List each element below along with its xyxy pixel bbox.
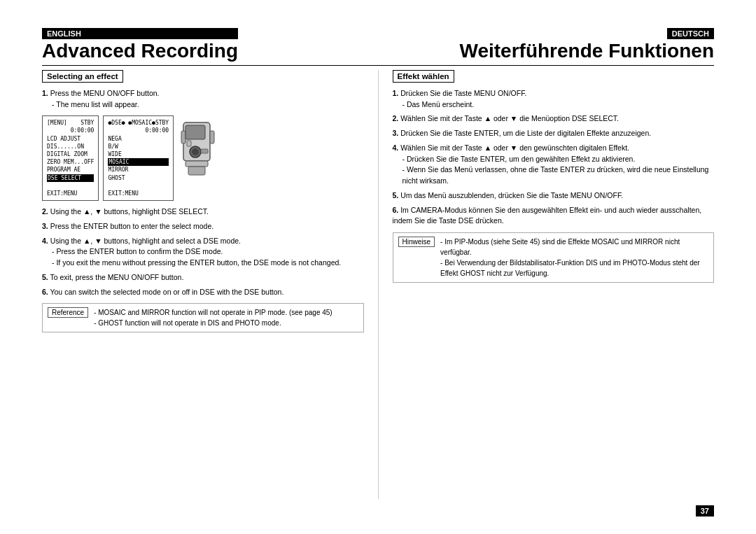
- svg-point-5: [192, 148, 199, 155]
- screen2-bw: B/W: [108, 143, 169, 150]
- step-4-text: 4. Using the ▲, ▼ buttons, highlight and…: [42, 237, 241, 245]
- screen1-spacer: [47, 182, 94, 190]
- step-1-sub: - The menu list will appear.: [42, 99, 364, 111]
- page: ENGLISH Advanced Recording DEUTSCH Weite…: [0, 0, 756, 534]
- screen2-spacer: [108, 182, 169, 190]
- screen1-prog: PROGRAM AE: [47, 166, 94, 174]
- hinweise-box: Hinweise - Im PIP-Modus (siehe Seite 45)…: [393, 232, 715, 283]
- screen1-dzoom: DIGITAL ZOOM: [47, 150, 94, 158]
- screen2-dse-label: ●DSE● ●MOSAIC●: [108, 119, 155, 127]
- svg-rect-8: [186, 161, 208, 167]
- svg-rect-9: [188, 167, 205, 175]
- screen-row: [MENU] STBY: [47, 119, 94, 127]
- reference-text: - MOSAIC and MIRROR function will not op…: [94, 307, 332, 328]
- title-right: Weiterführende Funktionen: [460, 41, 715, 62]
- screen2-ghost: GHOST: [108, 174, 169, 182]
- hinweise-text: - Im PIP-Modus (siehe Seite 45) sind die…: [440, 237, 708, 279]
- screen-box-2: ●DSE● ●MOSAIC● STBY 0:00:00 NEGA B/W WID…: [103, 115, 174, 201]
- right-section-header: Effekt wählen: [393, 70, 454, 83]
- left-column: Selecting an effect 1. Press the MENU ON…: [42, 70, 379, 499]
- r-step-3: 3. Drücken Sie die Taste ENTER, um die L…: [393, 128, 715, 139]
- r-step-3-text: 3. Drücken Sie die Taste ENTER, um die L…: [393, 129, 652, 137]
- screen1-exit: EXIT:MENU: [47, 190, 94, 197]
- screen2-mosaic: MOSAIC: [108, 158, 169, 166]
- reference-box: Reference - MOSAIC and MIRROR function w…: [42, 303, 364, 332]
- screen1-zero: ZERO MEM...OFF: [47, 158, 94, 166]
- r-step-4-sub-1: - Drücken Sie die Taste ENTER, um den ge…: [393, 154, 715, 165]
- step-4-sub-2: - If you exit the menu without pressing …: [42, 258, 364, 269]
- screen1-stby: STBY: [80, 119, 94, 127]
- step-4-sub-1: - Press the ENTER button to confirm the …: [42, 246, 364, 258]
- screen2-time: 0:00:00: [145, 127, 169, 134]
- r-step-5-text: 5. Um das Menü auszublenden, drücken Sie…: [393, 191, 624, 199]
- left-steps: 1. Press the MENU ON/OFF button. - The m…: [42, 88, 364, 298]
- step-5-text: 5. To exit, press the MENU ON/OFF button…: [42, 273, 183, 281]
- right-steps: 1. Drücken Sie die Taste MENU ON/OFF. - …: [393, 88, 715, 227]
- screens-row: [MENU] STBY 0:00:00 LCD ADJUST DIS......…: [42, 115, 364, 201]
- screen1-dis: DIS......ON: [47, 143, 94, 150]
- screen2-top: ●DSE● ●MOSAIC● STBY: [108, 119, 169, 127]
- r-step-1: 1. Drücken Sie die Taste MENU ON/OFF. - …: [393, 88, 715, 111]
- english-badge: ENGLISH: [42, 28, 238, 39]
- svg-rect-1: [181, 131, 186, 143]
- screen-row: 0:00:00: [47, 127, 94, 134]
- step-3: 3. Press the ENTER button to enter the s…: [42, 221, 364, 232]
- deutsch-badge: DEUTSCH: [667, 28, 714, 39]
- r-step-5: 5. Um das Menü auszublenden, drücken Sie…: [393, 190, 715, 202]
- r-step-4: 4. Wählen Sie mit der Taste ▲ oder ▼ den…: [393, 143, 715, 187]
- r-step-1-sub: - Das Menü erscheint.: [393, 99, 715, 111]
- r-step-4-text: 4. Wählen Sie mit der Taste ▲ oder ▼ den…: [393, 143, 630, 152]
- step-4: 4. Using the ▲, ▼ buttons, highlight and…: [42, 236, 364, 269]
- r-step-1-text: 1. Drücken Sie die Taste MENU ON/OFF.: [393, 89, 527, 97]
- r-step-6-text: 6. Im CAMERA-Modus können Sie den ausgew…: [393, 206, 702, 225]
- svg-rect-3: [186, 125, 205, 139]
- screen2-stby: STBY: [155, 119, 169, 127]
- step-2: 2. Using the ▲, ▼ buttons, highlight DSE…: [42, 206, 364, 218]
- svg-rect-2: [210, 131, 214, 143]
- screen2-nega: NEGA: [108, 135, 169, 143]
- step-3-text: 3. Press the ENTER button to enter the s…: [42, 222, 214, 230]
- page-number: 37: [696, 505, 714, 517]
- right-column: Effekt wählen 1. Drücken Sie die Taste M…: [379, 70, 715, 499]
- header: ENGLISH Advanced Recording DEUTSCH Weite…: [42, 28, 714, 66]
- screen2-mirror: MIRROR: [108, 166, 169, 174]
- svg-rect-7: [187, 141, 191, 146]
- screen1-lcd: LCD ADJUST: [47, 135, 94, 143]
- r-step-2: 2. Wählen Sie mit der Taste ▲ oder ▼ die…: [393, 113, 715, 125]
- screen1-dse: DSE SELECT: [47, 174, 94, 182]
- step-5: 5. To exit, press the MENU ON/OFF button…: [42, 272, 364, 283]
- r-step-4-sub-2: - Wenn Sie das Menü verlassen, ohne die …: [393, 164, 715, 187]
- hinweise-label: Hinweise: [398, 237, 435, 247]
- screen2-exit: EXIT:MENU: [108, 190, 169, 197]
- screen1-menu: [MENU]: [47, 119, 67, 127]
- step-6: 6. You can switch the selected mode on o…: [42, 287, 364, 298]
- step-6-text: 6. You can switch the selected mode on o…: [42, 288, 284, 296]
- screen1-time: 0:00:00: [71, 127, 94, 134]
- step-1: 1. Press the MENU ON/OFF button. - The m…: [42, 88, 364, 111]
- header-right: DEUTSCH Weiterführende Funktionen: [460, 28, 715, 62]
- r-step-6: 6. Im CAMERA-Modus können Sie den ausgew…: [393, 205, 715, 227]
- screen-box-1: [MENU] STBY 0:00:00 LCD ADJUST DIS......…: [42, 115, 99, 201]
- columns: Selecting an effect 1. Press the MENU ON…: [42, 70, 714, 499]
- reference-label: Reference: [48, 307, 88, 318]
- left-section-header: Selecting an effect: [42, 70, 123, 83]
- svg-rect-6: [201, 149, 208, 153]
- screen2-wide: WIDE: [108, 150, 169, 158]
- screen2-time-row: 0:00:00: [108, 127, 169, 134]
- header-left: ENGLISH Advanced Recording: [42, 28, 238, 62]
- r-step-2-text: 2. Wählen Sie mit der Taste ▲ oder ▼ die…: [393, 114, 620, 122]
- step-2-text: 2. Using the ▲, ▼ buttons, highlight DSE…: [42, 207, 209, 216]
- title-left: Advanced Recording: [42, 41, 238, 62]
- camera-svg: [180, 115, 218, 178]
- camera-image: [178, 115, 220, 178]
- step-1-text: 1. Press the MENU ON/OFF button.: [42, 89, 159, 97]
